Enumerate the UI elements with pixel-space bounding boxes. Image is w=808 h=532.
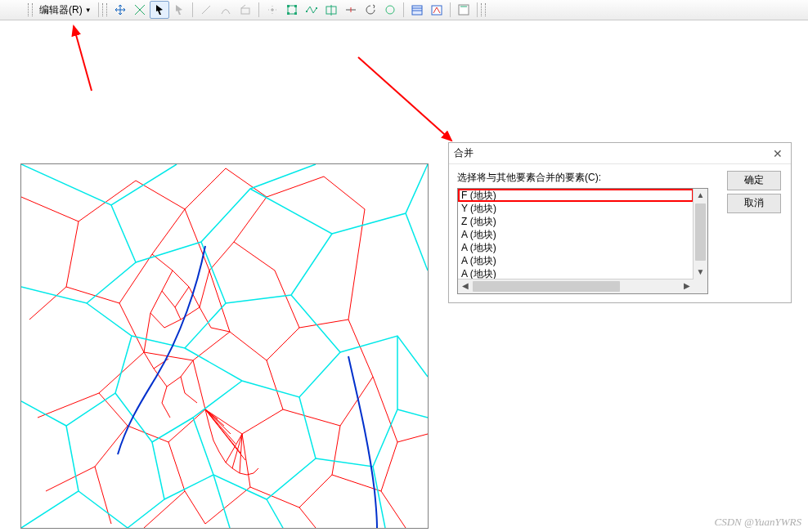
edit-tool-icon[interactable]	[150, 1, 169, 19]
editor-menu-button[interactable]: 编辑器(R) ▼	[36, 2, 95, 18]
annotation-arrow-icon	[352, 51, 474, 157]
list-item[interactable]: Z (地块)	[458, 215, 694, 228]
svg-rect-16	[316, 7, 317, 9]
toolbar-separator	[258, 2, 259, 17]
toolbar-grip[interactable]	[102, 3, 107, 16]
scrollbar-thumb[interactable]	[473, 281, 620, 292]
merge-dialog: 合并 ✕ 选择将与其他要素合并的要素(C): 确定 取消 F (地块)Y (地块…	[448, 142, 792, 303]
scrollbar-thumb[interactable]	[695, 203, 706, 261]
dialog-titlebar[interactable]: 合并 ✕	[449, 143, 791, 164]
svg-marker-2	[156, 5, 163, 15]
svg-marker-3	[176, 5, 182, 15]
svg-line-28	[358, 57, 451, 141]
edit-vertices-icon[interactable]	[282, 1, 302, 19]
scroll-down-icon[interactable]: ▼	[694, 266, 707, 279]
toolbar-separator	[477, 2, 478, 17]
watermark-text: CSDN @YuanYWRS	[715, 516, 801, 529]
svg-point-21	[386, 6, 394, 14]
editor-menu-label: 编辑器(R)	[39, 3, 83, 17]
svg-line-6	[241, 5, 245, 8]
list-item[interactable]: Y (地块)	[458, 202, 694, 215]
ok-button[interactable]: 确定	[727, 171, 781, 190]
scrollbar-corner	[694, 279, 707, 293]
reshape-feature-icon[interactable]	[302, 1, 321, 19]
dialog-title-text: 合并	[454, 146, 770, 160]
layer-blue-lines	[21, 164, 428, 528]
toolbar-separator	[192, 2, 193, 17]
toolbar-grip[interactable]	[28, 3, 33, 16]
svg-line-27	[74, 26, 92, 91]
chevron-down-icon: ▼	[85, 7, 92, 14]
merge-listbox[interactable]: F (地块)Y (地块)Z (地块)A (地块)A (地块)A (地块)A (地…	[457, 188, 708, 294]
scroll-left-icon[interactable]: ◀	[458, 279, 472, 293]
cut-polygons-icon[interactable]	[321, 1, 341, 19]
toolbar-separator	[403, 2, 404, 17]
arc-tool-icon[interactable]	[216, 1, 236, 19]
list-item[interactable]: A (地块)	[458, 241, 694, 254]
toolbar-separator	[450, 2, 451, 17]
scroll-up-icon[interactable]: ▲	[694, 189, 707, 203]
vertical-scrollbar[interactable]: ▲ ▼	[693, 189, 707, 279]
cancel-button[interactable]: 取消	[727, 194, 781, 213]
reshape-tool-icon[interactable]	[130, 1, 150, 19]
list-item[interactable]: A (地块)	[458, 267, 694, 279]
horizontal-scrollbar[interactable]: ◀ ▶	[458, 279, 694, 293]
toolbar-grip[interactable]	[481, 3, 486, 16]
move-tool-icon[interactable]	[110, 1, 130, 19]
annotation-arrow-icon	[51, 21, 116, 95]
line-segment-tool-icon[interactable]	[196, 1, 216, 19]
attributes-window-icon[interactable]	[407, 1, 427, 19]
svg-rect-5	[241, 8, 249, 14]
list-item[interactable]: A (地块)	[458, 254, 694, 267]
editor-toolbar: 编辑器(R) ▼	[0, 0, 808, 20]
point-tool-icon[interactable]	[263, 1, 282, 19]
list-item[interactable]: F (地块)	[458, 189, 694, 202]
split-tool-icon[interactable]	[341, 1, 361, 19]
scroll-right-icon[interactable]: ▶	[680, 279, 694, 293]
list-item[interactable]: A (地块)	[458, 228, 694, 241]
circle-tool-icon[interactable]	[380, 1, 400, 19]
sketch-properties-icon[interactable]	[427, 1, 447, 19]
edit-annotation-tool-icon[interactable]	[169, 1, 189, 19]
svg-rect-15	[306, 11, 307, 12]
create-features-icon[interactable]	[454, 1, 474, 19]
svg-line-4	[202, 6, 210, 14]
close-icon[interactable]: ✕	[770, 148, 786, 159]
trace-tool-icon[interactable]	[236, 1, 255, 19]
rotate-tool-icon[interactable]	[361, 1, 380, 19]
toolbar-separator	[98, 2, 99, 17]
map-canvas[interactable]	[20, 163, 429, 529]
